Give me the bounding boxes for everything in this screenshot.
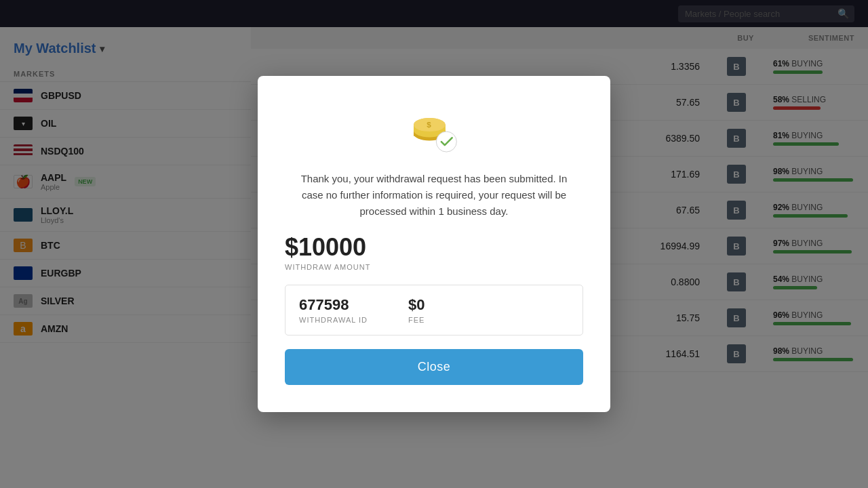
withdrawal-success-modal: $ Thank you, your withdrawal request has… bbox=[258, 76, 610, 412]
withdraw-amount-label: WITHDRAW AMOUNT bbox=[285, 263, 583, 271]
svg-text:$: $ bbox=[427, 120, 431, 129]
fee-label: FEE bbox=[408, 316, 425, 324]
modal-details-box: 677598 WITHDRAWAL ID $0 FEE bbox=[285, 285, 583, 336]
modal-amount-section: $10000 WITHDRAW AMOUNT bbox=[285, 233, 583, 271]
modal-overlay: $ Thank you, your withdrawal request has… bbox=[0, 0, 868, 488]
withdraw-amount-value: $10000 bbox=[285, 233, 583, 262]
svg-point-10 bbox=[437, 133, 456, 151]
withdrawal-id-label: WITHDRAWAL ID bbox=[299, 316, 368, 324]
withdrawal-id-value: 677598 bbox=[299, 296, 368, 314]
fee-value: $0 bbox=[408, 296, 425, 314]
modal-message: Thank you, your withdrawal request has b… bbox=[298, 171, 570, 220]
close-button[interactable]: Close bbox=[285, 349, 583, 385]
success-coins-icon: $ bbox=[400, 103, 468, 157]
fee-item: $0 FEE bbox=[408, 296, 425, 324]
withdrawal-id-item: 677598 WITHDRAWAL ID bbox=[299, 296, 368, 324]
